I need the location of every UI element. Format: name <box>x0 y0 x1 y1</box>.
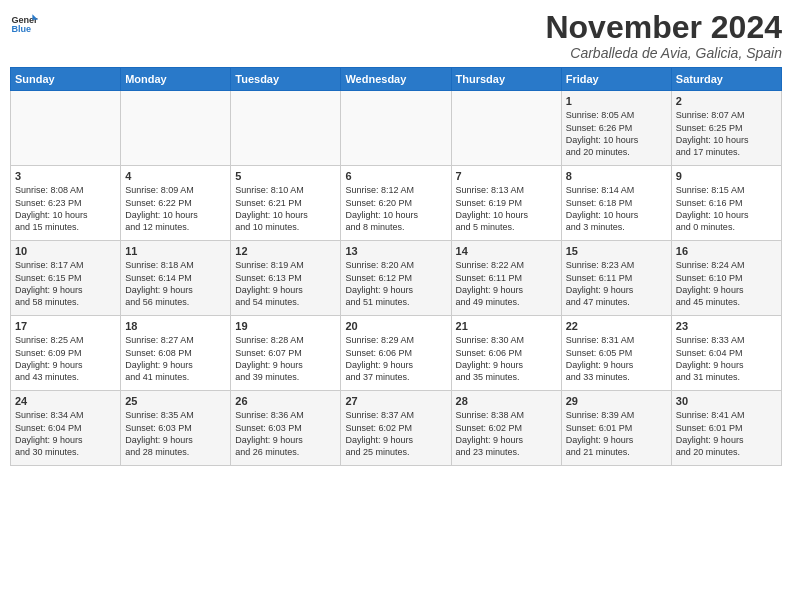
calendar-cell <box>341 91 451 166</box>
day-info: Sunrise: 8:24 AMSunset: 6:10 PMDaylight:… <box>676 259 777 308</box>
calendar-cell: 2Sunrise: 8:07 AMSunset: 6:25 PMDaylight… <box>671 91 781 166</box>
calendar-cell: 11Sunrise: 8:18 AMSunset: 6:14 PMDayligh… <box>121 241 231 316</box>
logo-icon: General Blue <box>10 10 38 38</box>
calendar-cell: 26Sunrise: 8:36 AMSunset: 6:03 PMDayligh… <box>231 391 341 466</box>
day-number: 22 <box>566 319 667 333</box>
day-info: Sunrise: 8:07 AMSunset: 6:25 PMDaylight:… <box>676 109 777 158</box>
calendar-cell: 10Sunrise: 8:17 AMSunset: 6:15 PMDayligh… <box>11 241 121 316</box>
calendar-cell: 6Sunrise: 8:12 AMSunset: 6:20 PMDaylight… <box>341 166 451 241</box>
day-info: Sunrise: 8:39 AMSunset: 6:01 PMDaylight:… <box>566 409 667 458</box>
day-info: Sunrise: 8:14 AMSunset: 6:18 PMDaylight:… <box>566 184 667 233</box>
calendar-cell <box>11 91 121 166</box>
day-info: Sunrise: 8:30 AMSunset: 6:06 PMDaylight:… <box>456 334 557 383</box>
title-area: November 2024 Carballeda de Avia, Galici… <box>545 10 782 61</box>
day-number: 27 <box>345 394 446 408</box>
calendar-table: SundayMondayTuesdayWednesdayThursdayFrid… <box>10 67 782 466</box>
calendar-cell: 16Sunrise: 8:24 AMSunset: 6:10 PMDayligh… <box>671 241 781 316</box>
day-number: 17 <box>15 319 116 333</box>
day-number: 10 <box>15 244 116 258</box>
weekday-header-saturday: Saturday <box>671 68 781 91</box>
day-number: 3 <box>15 169 116 183</box>
week-row-5: 24Sunrise: 8:34 AMSunset: 6:04 PMDayligh… <box>11 391 782 466</box>
calendar-cell <box>451 91 561 166</box>
calendar-cell: 4Sunrise: 8:09 AMSunset: 6:22 PMDaylight… <box>121 166 231 241</box>
day-number: 1 <box>566 94 667 108</box>
day-info: Sunrise: 8:19 AMSunset: 6:13 PMDaylight:… <box>235 259 336 308</box>
day-info: Sunrise: 8:15 AMSunset: 6:16 PMDaylight:… <box>676 184 777 233</box>
logo: General Blue <box>10 10 38 38</box>
week-row-1: 1Sunrise: 8:05 AMSunset: 6:26 PMDaylight… <box>11 91 782 166</box>
week-row-3: 10Sunrise: 8:17 AMSunset: 6:15 PMDayligh… <box>11 241 782 316</box>
calendar-cell: 15Sunrise: 8:23 AMSunset: 6:11 PMDayligh… <box>561 241 671 316</box>
day-info: Sunrise: 8:17 AMSunset: 6:15 PMDaylight:… <box>15 259 116 308</box>
weekday-header-tuesday: Tuesday <box>231 68 341 91</box>
day-info: Sunrise: 8:18 AMSunset: 6:14 PMDaylight:… <box>125 259 226 308</box>
day-info: Sunrise: 8:08 AMSunset: 6:23 PMDaylight:… <box>15 184 116 233</box>
calendar-cell: 3Sunrise: 8:08 AMSunset: 6:23 PMDaylight… <box>11 166 121 241</box>
location: Carballeda de Avia, Galicia, Spain <box>545 45 782 61</box>
day-number: 28 <box>456 394 557 408</box>
day-number: 12 <box>235 244 336 258</box>
day-number: 23 <box>676 319 777 333</box>
day-info: Sunrise: 8:27 AMSunset: 6:08 PMDaylight:… <box>125 334 226 383</box>
day-number: 7 <box>456 169 557 183</box>
weekday-header-friday: Friday <box>561 68 671 91</box>
day-number: 26 <box>235 394 336 408</box>
day-number: 11 <box>125 244 226 258</box>
calendar-cell: 23Sunrise: 8:33 AMSunset: 6:04 PMDayligh… <box>671 316 781 391</box>
day-number: 20 <box>345 319 446 333</box>
calendar-cell: 1Sunrise: 8:05 AMSunset: 6:26 PMDaylight… <box>561 91 671 166</box>
calendar-cell: 13Sunrise: 8:20 AMSunset: 6:12 PMDayligh… <box>341 241 451 316</box>
calendar-cell: 24Sunrise: 8:34 AMSunset: 6:04 PMDayligh… <box>11 391 121 466</box>
week-row-2: 3Sunrise: 8:08 AMSunset: 6:23 PMDaylight… <box>11 166 782 241</box>
day-number: 25 <box>125 394 226 408</box>
calendar-cell <box>231 91 341 166</box>
day-info: Sunrise: 8:41 AMSunset: 6:01 PMDaylight:… <box>676 409 777 458</box>
day-info: Sunrise: 8:38 AMSunset: 6:02 PMDaylight:… <box>456 409 557 458</box>
day-info: Sunrise: 8:28 AMSunset: 6:07 PMDaylight:… <box>235 334 336 383</box>
week-row-4: 17Sunrise: 8:25 AMSunset: 6:09 PMDayligh… <box>11 316 782 391</box>
day-number: 6 <box>345 169 446 183</box>
calendar-cell: 20Sunrise: 8:29 AMSunset: 6:06 PMDayligh… <box>341 316 451 391</box>
calendar-cell: 25Sunrise: 8:35 AMSunset: 6:03 PMDayligh… <box>121 391 231 466</box>
day-number: 16 <box>676 244 777 258</box>
calendar-cell: 22Sunrise: 8:31 AMSunset: 6:05 PMDayligh… <box>561 316 671 391</box>
day-info: Sunrise: 8:20 AMSunset: 6:12 PMDaylight:… <box>345 259 446 308</box>
calendar-cell: 14Sunrise: 8:22 AMSunset: 6:11 PMDayligh… <box>451 241 561 316</box>
calendar-cell: 18Sunrise: 8:27 AMSunset: 6:08 PMDayligh… <box>121 316 231 391</box>
svg-text:Blue: Blue <box>11 24 31 34</box>
calendar-cell: 7Sunrise: 8:13 AMSunset: 6:19 PMDaylight… <box>451 166 561 241</box>
calendar-cell: 27Sunrise: 8:37 AMSunset: 6:02 PMDayligh… <box>341 391 451 466</box>
day-number: 14 <box>456 244 557 258</box>
day-number: 2 <box>676 94 777 108</box>
day-info: Sunrise: 8:29 AMSunset: 6:06 PMDaylight:… <box>345 334 446 383</box>
day-info: Sunrise: 8:12 AMSunset: 6:20 PMDaylight:… <box>345 184 446 233</box>
weekday-header-sunday: Sunday <box>11 68 121 91</box>
day-number: 24 <box>15 394 116 408</box>
day-info: Sunrise: 8:23 AMSunset: 6:11 PMDaylight:… <box>566 259 667 308</box>
calendar-cell: 9Sunrise: 8:15 AMSunset: 6:16 PMDaylight… <box>671 166 781 241</box>
day-info: Sunrise: 8:09 AMSunset: 6:22 PMDaylight:… <box>125 184 226 233</box>
day-info: Sunrise: 8:05 AMSunset: 6:26 PMDaylight:… <box>566 109 667 158</box>
day-number: 4 <box>125 169 226 183</box>
calendar-cell: 19Sunrise: 8:28 AMSunset: 6:07 PMDayligh… <box>231 316 341 391</box>
day-info: Sunrise: 8:22 AMSunset: 6:11 PMDaylight:… <box>456 259 557 308</box>
day-info: Sunrise: 8:10 AMSunset: 6:21 PMDaylight:… <box>235 184 336 233</box>
calendar-cell: 21Sunrise: 8:30 AMSunset: 6:06 PMDayligh… <box>451 316 561 391</box>
calendar-cell: 29Sunrise: 8:39 AMSunset: 6:01 PMDayligh… <box>561 391 671 466</box>
day-info: Sunrise: 8:13 AMSunset: 6:19 PMDaylight:… <box>456 184 557 233</box>
weekday-header-wednesday: Wednesday <box>341 68 451 91</box>
header: General Blue November 2024 Carballeda de… <box>10 10 782 61</box>
day-number: 13 <box>345 244 446 258</box>
day-info: Sunrise: 8:34 AMSunset: 6:04 PMDaylight:… <box>15 409 116 458</box>
day-number: 5 <box>235 169 336 183</box>
day-info: Sunrise: 8:35 AMSunset: 6:03 PMDaylight:… <box>125 409 226 458</box>
calendar-cell: 17Sunrise: 8:25 AMSunset: 6:09 PMDayligh… <box>11 316 121 391</box>
day-info: Sunrise: 8:31 AMSunset: 6:05 PMDaylight:… <box>566 334 667 383</box>
weekday-header-row: SundayMondayTuesdayWednesdayThursdayFrid… <box>11 68 782 91</box>
calendar-cell: 12Sunrise: 8:19 AMSunset: 6:13 PMDayligh… <box>231 241 341 316</box>
day-number: 21 <box>456 319 557 333</box>
day-info: Sunrise: 8:37 AMSunset: 6:02 PMDaylight:… <box>345 409 446 458</box>
calendar-cell: 8Sunrise: 8:14 AMSunset: 6:18 PMDaylight… <box>561 166 671 241</box>
day-info: Sunrise: 8:33 AMSunset: 6:04 PMDaylight:… <box>676 334 777 383</box>
